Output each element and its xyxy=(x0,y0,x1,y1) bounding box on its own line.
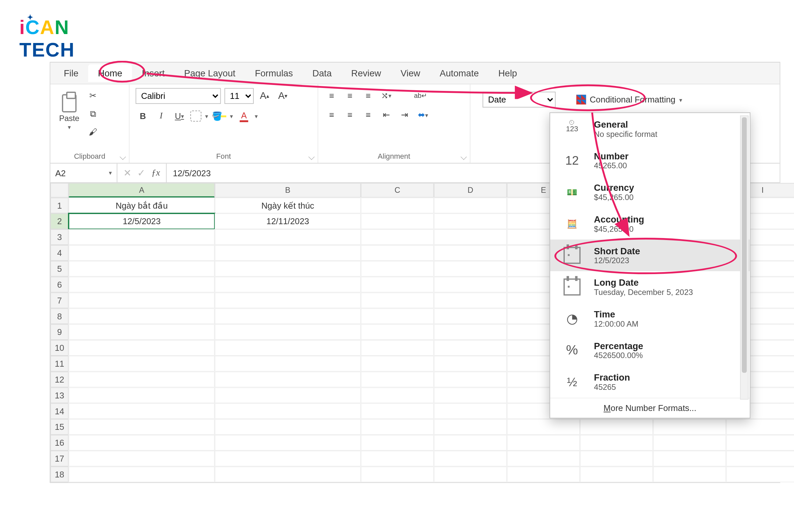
cell-I15[interactable] xyxy=(726,419,794,435)
tab-help[interactable]: Help xyxy=(488,64,527,82)
row-header-2[interactable]: 2 xyxy=(50,213,69,229)
cell-D9[interactable] xyxy=(434,324,507,340)
cell-D3[interactable] xyxy=(434,229,507,245)
row-header-3[interactable]: 3 xyxy=(50,229,69,245)
cell-C9[interactable] xyxy=(361,324,434,340)
cell-B18[interactable] xyxy=(215,467,361,482)
font-size-select[interactable]: 11 xyxy=(224,88,254,104)
cell-C15[interactable] xyxy=(361,419,434,435)
number-format-long-date[interactable]: Long DateTuesday, December 5, 2023 xyxy=(550,271,750,303)
cell-F15[interactable] xyxy=(580,419,653,435)
tab-automate[interactable]: Automate xyxy=(430,64,488,82)
copy-button[interactable]: ⧉ xyxy=(86,107,100,121)
cell-G15[interactable] xyxy=(653,419,726,435)
cell-D17[interactable] xyxy=(434,451,507,467)
fill-color-button[interactable]: 🪣 xyxy=(212,109,226,123)
cell-I18[interactable] xyxy=(726,467,794,482)
cell-E17[interactable] xyxy=(507,451,580,467)
cell-A12[interactable] xyxy=(69,372,215,387)
cell-D2[interactable] xyxy=(434,213,507,229)
cell-D8[interactable] xyxy=(434,308,507,324)
row-header-17[interactable]: 17 xyxy=(50,451,69,467)
cell-A6[interactable] xyxy=(69,277,215,292)
cell-B6[interactable] xyxy=(215,277,361,292)
cell-G17[interactable] xyxy=(653,451,726,467)
align-left-button[interactable]: ≡ xyxy=(324,108,339,122)
cell-G18[interactable] xyxy=(653,467,726,482)
cell-A8[interactable] xyxy=(69,308,215,324)
tab-home[interactable]: Home xyxy=(88,64,132,82)
cell-B17[interactable] xyxy=(215,451,361,467)
cell-A7[interactable] xyxy=(69,292,215,308)
number-format-short-date[interactable]: Short Date12/5/2023 xyxy=(550,240,750,271)
cell-B11[interactable] xyxy=(215,356,361,372)
cell-D1[interactable] xyxy=(434,198,507,214)
cell-G16[interactable] xyxy=(653,435,726,451)
number-format-number[interactable]: 12Number45265.00 xyxy=(550,145,750,176)
select-all-corner[interactable] xyxy=(50,183,69,197)
row-header-4[interactable]: 4 xyxy=(50,245,69,261)
cancel-formula-icon[interactable]: ✕ xyxy=(124,167,131,179)
row-header-9[interactable]: 9 xyxy=(50,324,69,340)
row-header-12[interactable]: 12 xyxy=(50,372,69,387)
cell-A16[interactable] xyxy=(69,435,215,451)
cell-C3[interactable] xyxy=(361,229,434,245)
number-format-time[interactable]: ◔Time12:00:00 AM xyxy=(550,303,750,335)
bold-button[interactable]: B xyxy=(136,109,150,123)
cell-D6[interactable] xyxy=(434,277,507,292)
cell-A17[interactable] xyxy=(69,451,215,467)
cell-C12[interactable] xyxy=(361,372,434,387)
cell-A14[interactable] xyxy=(69,403,215,419)
cell-C8[interactable] xyxy=(361,308,434,324)
name-box[interactable]: A2▾ xyxy=(50,163,117,182)
cell-D4[interactable] xyxy=(434,245,507,261)
cell-C5[interactable] xyxy=(361,261,434,277)
tab-formulas[interactable]: Formulas xyxy=(245,64,303,82)
cell-D12[interactable] xyxy=(434,372,507,387)
cell-E15[interactable] xyxy=(507,419,580,435)
row-header-16[interactable]: 16 xyxy=(50,435,69,451)
cell-I17[interactable] xyxy=(726,451,794,467)
cell-D18[interactable] xyxy=(434,467,507,482)
cell-A3[interactable] xyxy=(69,229,215,245)
cell-D7[interactable] xyxy=(434,292,507,308)
cell-E18[interactable] xyxy=(507,467,580,482)
cell-C4[interactable] xyxy=(361,245,434,261)
tab-data[interactable]: Data xyxy=(303,64,341,82)
cut-button[interactable]: ✂ xyxy=(86,88,100,102)
fx-icon[interactable]: ƒx xyxy=(151,168,160,178)
col-header-A[interactable]: A xyxy=(69,183,215,197)
number-format-accounting[interactable]: 🧮Accounting$45,265.00 xyxy=(550,208,750,240)
cell-C14[interactable] xyxy=(361,403,434,419)
align-center-button[interactable]: ≡ xyxy=(343,108,357,122)
row-header-5[interactable]: 5 xyxy=(50,261,69,277)
cell-C10[interactable] xyxy=(361,340,434,356)
tab-view[interactable]: View xyxy=(391,64,430,82)
cell-C2[interactable] xyxy=(361,213,434,229)
increase-indent-button[interactable]: ⇥ xyxy=(397,108,412,122)
orientation-button[interactable]: ⤭▾ xyxy=(379,88,394,102)
align-bottom-button[interactable]: ≡ xyxy=(361,88,375,102)
cell-B1[interactable]: Ngày kết thúc xyxy=(215,198,361,214)
cell-B4[interactable] xyxy=(215,245,361,261)
cell-A4[interactable] xyxy=(69,245,215,261)
cell-F17[interactable] xyxy=(580,451,653,467)
cell-B15[interactable] xyxy=(215,419,361,435)
cell-B14[interactable] xyxy=(215,403,361,419)
cell-B5[interactable] xyxy=(215,261,361,277)
number-format-fraction[interactable]: ½Fraction45265 xyxy=(550,366,750,398)
cell-C17[interactable] xyxy=(361,451,434,467)
cell-C1[interactable] xyxy=(361,198,434,214)
cell-C18[interactable] xyxy=(361,467,434,482)
conditional-formatting-button[interactable]: Conditional Formatting ▾ xyxy=(571,92,687,107)
wrap-text-button[interactable]: ab↵ xyxy=(413,88,428,102)
row-header-6[interactable]: 6 xyxy=(50,277,69,292)
underline-button[interactable]: U ▾ xyxy=(172,109,187,123)
row-header-10[interactable]: 10 xyxy=(50,340,69,356)
cell-D11[interactable] xyxy=(434,356,507,372)
number-format-select[interactable]: Date xyxy=(483,92,556,108)
cell-C6[interactable] xyxy=(361,277,434,292)
tab-page-layout[interactable]: Page Layout xyxy=(174,64,245,82)
cell-A11[interactable] xyxy=(69,356,215,372)
format-painter-button[interactable]: 🖌 xyxy=(86,125,100,139)
